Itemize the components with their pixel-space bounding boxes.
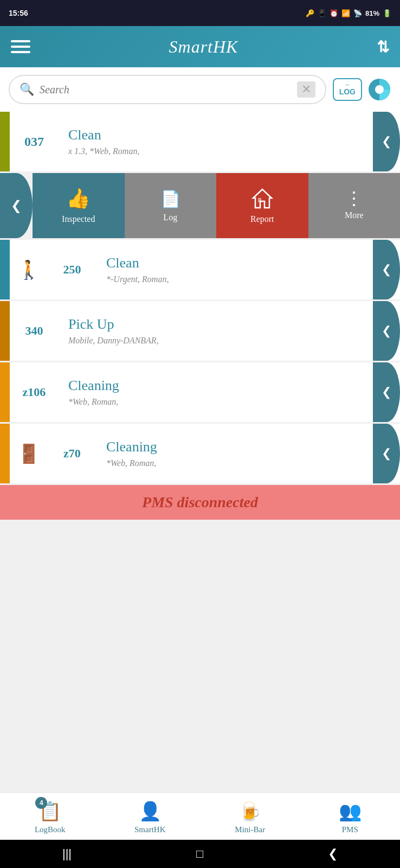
sim-icon: 📱 — [318, 9, 326, 17]
top-nav: SmartHK ⇅ — [0, 26, 400, 67]
status-icons: 🔑 📱 ⏰ 📶 📡 81% 🔋 — [306, 9, 391, 17]
room-number-340: 340 — [10, 324, 59, 338]
signal-icon: 📡 — [353, 9, 362, 17]
walking-icon: 🚶 — [17, 259, 40, 280]
search-icon: 🔍 — [20, 82, 34, 97]
battery-icon: 🔋 — [383, 9, 391, 17]
room-arrow-z70[interactable]: ❮ — [373, 424, 400, 483]
status-bar: 15:56 🔑 📱 ⏰ 📶 📡 81% 🔋 — [0, 0, 400, 26]
room-number-250: 250 — [48, 263, 96, 277]
room-sub-z106: *Web, Roman, — [68, 397, 364, 407]
room-sub-z70: *Web, Roman, — [106, 458, 364, 468]
log-icon: 📄 — [160, 189, 180, 208]
log-action-button[interactable]: 📄 Log — [125, 173, 217, 238]
search-clear-button[interactable]: ✕ — [297, 81, 315, 98]
battery-percent: 81% — [365, 9, 379, 17]
room-list: 037 Clean x 1.3, *Web, Roman, ❮ ❮ 👍 Insp… — [0, 112, 400, 520]
more-dots-icon: ⋮ — [345, 191, 363, 206]
room-info-340: Pick Up Mobile, Danny-DANBAR, — [60, 307, 373, 355]
inspected-button[interactable]: 👍 Inspected — [33, 173, 125, 238]
room-card-z106: z106 Cleaning *Web, Roman, ❮ — [0, 362, 400, 422]
nav-minibar-label: Mini-Bar — [235, 825, 265, 834]
pms-banner-text: PMS disconnected — [142, 494, 258, 510]
room-status-340: Pick Up — [68, 316, 364, 333]
room-card-037: 037 Clean x 1.3, *Web, Roman, ❮ — [0, 112, 400, 171]
system-bar: ||| □ ❮ — [0, 840, 400, 868]
accent-bar-037 — [0, 112, 10, 171]
accent-bar-z106 — [0, 362, 10, 422]
thumbs-up-icon: 👍 — [66, 187, 91, 210]
status-time: 15:56 — [9, 9, 28, 17]
key-icon: 🔑 — [306, 9, 314, 17]
room-status-z106: Cleaning — [68, 378, 364, 394]
sort-button[interactable]: ⇅ — [377, 38, 389, 56]
action-bar-037: ❮ 👍 Inspected 📄 Log Report ⋮ More — [0, 173, 400, 238]
smarthk-icon: 👤 — [139, 800, 162, 822]
room-card-250: 🚶 250 Clean *-Urgent, Roman, ❮ — [0, 240, 400, 299]
search-input[interactable] — [40, 84, 297, 96]
home-button[interactable]: □ — [196, 847, 203, 861]
hamburger-menu[interactable] — [11, 40, 30, 53]
pie-chart — [367, 78, 391, 101]
pms-banner: PMS disconnected — [0, 485, 400, 520]
more-button[interactable]: ⋮ More — [308, 173, 401, 238]
room-sub-250: *-Urgent, Roman, — [106, 275, 364, 284]
back-button[interactable]: ❮ — [328, 847, 338, 861]
svg-marker-2 — [253, 189, 272, 208]
room-status-250: Clean — [106, 255, 364, 271]
recents-button[interactable]: ||| — [62, 847, 72, 861]
minibar-icon: 🍺 — [238, 800, 261, 822]
wifi-icon: 📶 — [341, 9, 350, 17]
nav-logbook[interactable]: 4 📋 LogBook — [0, 793, 100, 840]
app-title: SmartHK — [169, 37, 238, 57]
accent-bar-340 — [0, 301, 10, 361]
nav-minibar[interactable]: 🍺 Mini-Bar — [200, 793, 300, 840]
nav-logbook-label: LogBook — [35, 825, 66, 834]
accent-bar-250 — [0, 240, 10, 299]
room-number-037: 037 — [10, 135, 59, 149]
room-info-037: Clean x 1.3, *Web, Roman, — [60, 117, 373, 166]
svg-rect-4 — [258, 198, 261, 202]
inspected-label: Inspected — [62, 214, 95, 224]
logbook-badge: 4 — [35, 797, 47, 809]
house-icon — [251, 187, 274, 210]
nav-pms-label: PMS — [342, 825, 358, 834]
room-arrow-z106[interactable]: ❮ — [373, 362, 400, 422]
room-card-340: 340 Pick Up Mobile, Danny-DANBAR, ❮ — [0, 301, 400, 361]
nav-pms[interactable]: 👥 PMS — [300, 793, 401, 840]
pms-icon: 👥 — [339, 800, 362, 822]
alarm-icon: ⏰ — [330, 9, 338, 17]
action-back-button[interactable]: ❮ — [0, 173, 33, 238]
room-arrow-340[interactable]: ❮ — [373, 301, 400, 361]
accent-bar-z70 — [0, 424, 10, 483]
room-card-z70: 🚪 z70 Cleaning *Web, Roman, ❮ — [0, 424, 400, 483]
nav-smarthk-label: SmartHK — [134, 825, 166, 834]
door-icon: 🚪 — [17, 443, 40, 464]
more-label: More — [345, 210, 364, 220]
nav-smarthk[interactable]: 👤 SmartHK — [100, 793, 201, 840]
room-sub-340: Mobile, Danny-DANBAR, — [68, 336, 364, 346]
log-button[interactable]: ─ LOG — [333, 78, 362, 100]
logbook-icon: 4 📋 — [38, 800, 61, 822]
room-sub-037: x 1.3, *Web, Roman, — [68, 146, 364, 156]
bottom-nav: 4 📋 LogBook 👤 SmartHK 🍺 Mini-Bar 👥 PMS — [0, 792, 400, 840]
search-actions: ─ LOG — [333, 78, 391, 101]
room-status-037: Clean — [68, 127, 364, 143]
search-box: 🔍 ✕ — [9, 75, 326, 104]
room-status-z70: Cleaning — [106, 439, 364, 455]
room-arrow-037[interactable]: ❮ — [373, 112, 400, 171]
search-container: 🔍 ✕ ─ LOG — [0, 67, 400, 112]
report-button[interactable]: Report — [216, 173, 308, 238]
room-icon-strip-250: 🚶 — [10, 240, 48, 299]
log-action-label: Log — [163, 213, 177, 222]
room-number-z106: z106 — [10, 385, 59, 399]
room-info-z70: Cleaning *Web, Roman, — [98, 429, 373, 478]
room-info-z106: Cleaning *Web, Roman, — [60, 368, 373, 417]
room-info-250: Clean *-Urgent, Roman, — [98, 245, 373, 294]
report-label: Report — [250, 214, 274, 224]
room-number-z70: z70 — [48, 446, 96, 461]
svg-point-1 — [375, 85, 384, 94]
room-icon-strip-z70: 🚪 — [10, 424, 48, 483]
room-arrow-250[interactable]: ❮ — [373, 240, 400, 299]
